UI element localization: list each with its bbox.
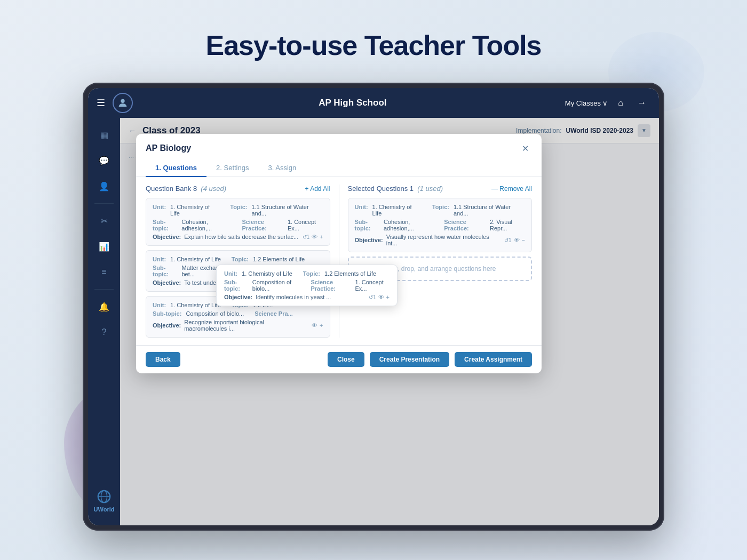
back-button[interactable]: Back xyxy=(146,352,180,367)
sidebar-divider-2 xyxy=(94,289,114,290)
uworld-logo-icon xyxy=(97,489,112,504)
question-bank-header: Question Bank 8 (4 used) + Add All xyxy=(146,185,330,193)
tooltip-card: Unit: 1. Chemistry of Life Topic: 1.2 El… xyxy=(216,265,398,306)
question-card: Unit: 1. Chemistry of Life Topic: 1.1 St… xyxy=(146,198,330,246)
uworld-logo: UWorld xyxy=(94,483,115,519)
dialog-overlay: AP Biology ✕ 1. Questions 2. Settings 3.… xyxy=(120,118,659,525)
sidebar-item-chat[interactable]: 💬 xyxy=(93,150,115,171)
create-assignment-button[interactable]: Create Assignment xyxy=(455,352,532,367)
sidebar-item-list[interactable]: ≡ xyxy=(93,261,115,283)
remove-icon[interactable]: − xyxy=(522,237,525,243)
dialog-close-button[interactable]: ✕ xyxy=(518,141,532,155)
topic-label: Topic: xyxy=(230,204,247,217)
add-icon[interactable]: + xyxy=(386,294,390,300)
tooltip-objective-row: Objective: Identify molecules in yeast .… xyxy=(224,294,390,300)
add-icon[interactable]: + xyxy=(320,322,323,329)
eye-icon[interactable]: 👁 xyxy=(378,294,384,300)
selected-panel-header: Selected Questions 1 (1 used) — Remove A… xyxy=(348,185,533,193)
eye-icon[interactable]: 👁 xyxy=(312,322,317,329)
footer-right-buttons: Close Create Presentation Create Assignm… xyxy=(328,352,532,367)
eye-icon[interactable]: 👁 xyxy=(514,237,520,243)
home-icon[interactable]: ⌂ xyxy=(612,94,629,111)
add-icon[interactable]: + xyxy=(320,234,323,240)
practice-label: Science Practice: xyxy=(242,219,283,231)
sidebar-item-users[interactable]: 👤 xyxy=(93,175,115,197)
selected-panel-title: Selected Questions 1 (1 used) xyxy=(348,185,443,193)
dialog-title: AP Biology xyxy=(146,143,191,153)
question-count: ↺1 xyxy=(303,234,310,240)
add-all-button[interactable]: + Add All xyxy=(305,185,330,193)
main-content: ← Class of 2023 Implementation: UWorld I… xyxy=(120,118,659,525)
sidebar: ▦ 💬 👤 ✂ 📊 ≡ 🔔 ? UWorld xyxy=(88,118,120,525)
selected-question-card: Unit: 1. Chemistry of Life Topic: 1.1 St… xyxy=(348,198,533,252)
remove-all-button[interactable]: — Remove All xyxy=(491,185,532,193)
topic-value: 1.1 Structure of Water and... xyxy=(251,204,323,217)
avatar xyxy=(113,93,133,113)
school-name: AP High School xyxy=(140,98,565,108)
objective-row: Objective: Explain how bile salts decrea… xyxy=(153,234,323,240)
dialog-tabs: 1. Questions 2. Settings 3. Assign xyxy=(136,159,542,177)
close-button[interactable]: Close xyxy=(328,352,364,367)
subtopic-value: Cohesion, adhesion,... xyxy=(181,219,231,231)
practice-value: 1. Concept Ex... xyxy=(288,219,323,231)
sidebar-item-calendar[interactable]: ▦ xyxy=(93,124,115,146)
sidebar-item-scissors[interactable]: ✂ xyxy=(93,210,115,231)
my-classes-button[interactable]: My Classes ∨ xyxy=(565,99,608,107)
eye-icon[interactable]: 👁 xyxy=(312,234,317,240)
uworld-logo-text: UWorld xyxy=(94,506,115,513)
tab-questions[interactable]: 1. Questions xyxy=(146,159,206,177)
svg-point-0 xyxy=(121,99,124,103)
unit-value: 1. Chemistry of Life xyxy=(170,204,219,217)
tablet-screen: ☰ AP High School My Classes ∨ ⌂ → xyxy=(88,88,659,525)
header-right: My Classes ∨ ⌂ → xyxy=(565,94,650,111)
selected-panel: Selected Questions 1 (1 used) — Remove A… xyxy=(348,185,533,338)
tablet-device: ☰ AP High School My Classes ∨ ⌂ → xyxy=(83,83,664,531)
create-presentation-button[interactable]: Create Presentation xyxy=(370,352,449,367)
sidebar-item-chart[interactable]: 📊 xyxy=(93,236,115,257)
objective-row: Objective: Visually represent how water … xyxy=(355,234,526,246)
panel-divider xyxy=(339,185,339,338)
app-body: ▦ 💬 👤 ✂ 📊 ≡ 🔔 ? UWorld xyxy=(88,118,659,525)
objective-row: Objective: Recognize important biologica… xyxy=(153,319,323,332)
objective-text: Explain how bile salts decrease the surf… xyxy=(184,234,299,240)
question-bank-title: Question Bank 8 (4 used) xyxy=(146,185,226,193)
logout-icon[interactable]: → xyxy=(633,94,650,111)
chevron-down-icon: ∨ xyxy=(602,99,608,107)
user-icon xyxy=(117,97,129,109)
sidebar-item-help[interactable]: ? xyxy=(93,322,115,343)
dialog-footer: Back Close Create Presentation Create As… xyxy=(136,345,542,373)
dialog-header: AP Biology ✕ xyxy=(136,134,542,155)
question-bank-panel: Question Bank 8 (4 used) + Add All xyxy=(146,185,330,338)
dialog-body: Question Bank 8 (4 used) + Add All xyxy=(136,177,542,345)
app-header: ☰ AP High School My Classes ∨ ⌂ → xyxy=(88,88,659,118)
question-actions: ↺1 👁 + xyxy=(303,234,323,240)
unit-label: Unit: xyxy=(153,204,166,217)
tab-settings[interactable]: 2. Settings xyxy=(206,159,258,177)
tab-assign[interactable]: 3. Assign xyxy=(258,159,306,177)
page-title: Easy-to-use Teacher Tools xyxy=(0,29,747,61)
sidebar-divider xyxy=(94,203,114,204)
sidebar-item-bell[interactable]: 🔔 xyxy=(93,296,115,317)
objective-label: Objective: xyxy=(153,234,181,240)
subtopic-label: Sub-topic: xyxy=(153,219,177,231)
hamburger-icon[interactable]: ☰ xyxy=(97,97,105,109)
ap-biology-dialog: AP Biology ✕ 1. Questions 2. Settings 3.… xyxy=(136,134,542,373)
